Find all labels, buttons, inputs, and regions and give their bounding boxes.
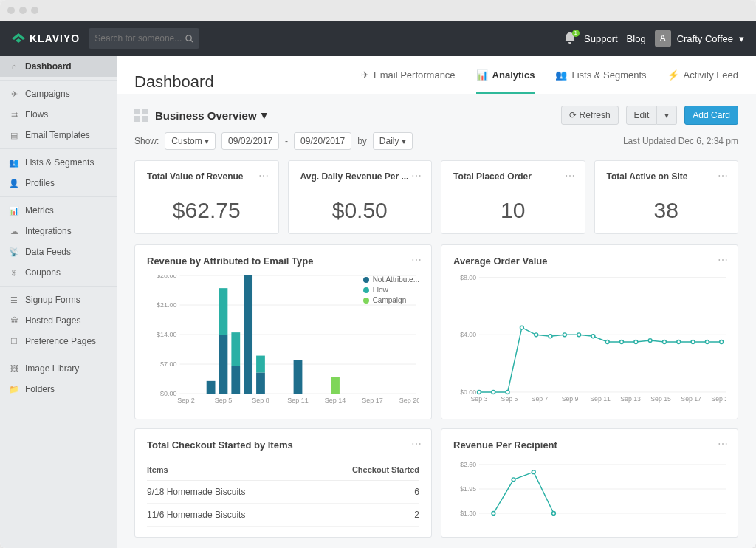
sidebar-item-data-feeds[interactable]: 📡Data Feeds [0, 242, 117, 262]
stat-card: Total Placed Order⋯10 [441, 160, 585, 234]
svg-text:Sep 11: Sep 11 [590, 395, 611, 403]
notification-badge: 1 [572, 30, 580, 37]
sidebar-item-lists-segments[interactable]: 👥Lists & Segments [0, 152, 117, 173]
card-menu-icon[interactable]: ⋯ [565, 170, 576, 182]
svg-text:Sep 14: Sep 14 [325, 397, 346, 404]
avatar: A [655, 30, 671, 47]
group-icon: 👥 [9, 158, 19, 168]
svg-point-37 [506, 391, 509, 394]
card-menu-icon[interactable]: ⋯ [411, 438, 422, 450]
svg-rect-16 [231, 332, 240, 366]
nav-label: Metrics [25, 205, 54, 216]
flow-icon: ⇉ [9, 110, 19, 120]
chart-legend: Not Attribute...FlowCampaign [363, 275, 419, 306]
edit-button[interactable]: Edit [626, 106, 658, 125]
card-menu-icon[interactable]: ⋯ [258, 170, 269, 182]
svg-text:Sep 15: Sep 15 [650, 395, 671, 403]
card-menu-icon[interactable]: ⋯ [718, 254, 729, 266]
sidebar-item-campaigns[interactable]: ✈Campaigns [0, 83, 117, 104]
end-date-input[interactable]: 09/20/2017 [294, 132, 351, 150]
search-box[interactable] [89, 28, 199, 49]
svg-text:Sep 5: Sep 5 [501, 395, 518, 403]
svg-point-44 [605, 340, 609, 344]
svg-text:Sep 17: Sep 17 [362, 397, 383, 404]
sidebar-item-metrics[interactable]: 📊Metrics [0, 200, 117, 221]
sidebar-item-integrations[interactable]: ☁Integrations [0, 221, 117, 242]
range-select[interactable]: Custom ▾ [165, 132, 216, 150]
table-row: 11/6 Homemade Biscuits2 [147, 504, 419, 527]
sidebar-item-signup-forms[interactable]: ☰Signup Forms [0, 290, 117, 310]
user-icon: 👤 [9, 179, 19, 188]
edit-dropdown[interactable]: ▾ [657, 106, 677, 125]
svg-rect-14 [219, 288, 228, 335]
tab-email-performance[interactable]: ✈Email Performance [361, 69, 456, 94]
svg-text:Sep 3: Sep 3 [471, 395, 488, 403]
sidebar-item-preference-pages[interactable]: ☐Preference Pages [0, 331, 117, 352]
svg-point-41 [563, 333, 566, 337]
refresh-button[interactable]: ⟳ Refresh [561, 106, 618, 125]
blog-link[interactable]: Blog [627, 33, 646, 44]
add-card-button[interactable]: Add Card [684, 106, 738, 125]
svg-rect-18 [256, 372, 265, 394]
nav-label: Lists & Segments [25, 157, 94, 168]
image-icon: 🖼 [9, 364, 19, 373]
nav-label: Signup Forms [25, 295, 80, 305]
nav-label: Preference Pages [25, 336, 96, 346]
notifications-bell[interactable]: 1 [565, 32, 575, 44]
svg-text:Sep 20: Sep 20 [399, 397, 419, 404]
card-menu-icon[interactable]: ⋯ [718, 170, 729, 182]
overview-dropdown[interactable]: Business Overview ▾ [155, 109, 267, 122]
bolt-icon: ⚡ [667, 69, 679, 81]
stat-value: $0.50 [300, 198, 420, 223]
sidebar-item-folders[interactable]: 📁Folders [0, 379, 117, 400]
sidebar-item-hosted-pages[interactable]: 🏛Hosted Pages [0, 310, 117, 331]
cloud-icon: ☁ [9, 227, 19, 236]
svg-text:$8.00: $8.00 [460, 275, 476, 281]
nav-label: Flows [25, 109, 48, 120]
sidebar-item-coupons[interactable]: $Coupons [0, 262, 117, 283]
search-input[interactable] [94, 33, 193, 44]
user-name: Crafty Coffee [677, 33, 733, 44]
brand-text: KLAVIYO [30, 32, 80, 44]
user-menu[interactable]: A Crafty Coffee ▾ [655, 30, 744, 47]
svg-point-49 [677, 340, 681, 344]
line-chart: $0.00$4.00$8.00Sep 3Sep 5Sep 7Sep 9Sep 1… [453, 275, 726, 408]
sidebar-item-image-library[interactable]: 🖼Image Library [0, 358, 117, 379]
svg-point-43 [591, 335, 595, 338]
sidebar-item-email-templates[interactable]: ▤Email Templates [0, 125, 117, 145]
search-icon [185, 35, 193, 43]
page-title: Dashboard [134, 72, 214, 92]
svg-point-39 [535, 333, 538, 337]
tab-lists-segments[interactable]: 👥Lists & Segments [555, 69, 646, 94]
interval-select[interactable]: Daily ▾ [373, 132, 413, 150]
stat-card: Total Active on Site⋯38 [594, 160, 739, 234]
filter-bar: Show: Custom ▾ 09/02/2017 - 09/20/2017 b… [134, 132, 738, 150]
stat-value: $62.75 [147, 198, 267, 223]
tab-activity-feed[interactable]: ⚡Activity Feed [667, 69, 738, 94]
stat-card: Avg. Daily Revenue Per ...⋯$0.50 [288, 160, 433, 234]
brand-logo[interactable]: KLAVIYO [12, 32, 80, 44]
chevron-down-icon: ▾ [261, 109, 267, 122]
chart-icon: 📊 [9, 206, 19, 216]
card-menu-icon[interactable]: ⋯ [718, 438, 729, 450]
checkout-table-card: Total Checkout Started by Items ⋯ Items … [134, 428, 432, 538]
top-navbar: KLAVIYO 1 Support Blog A Crafty Coffee ▾ [0, 21, 756, 56]
sidebar-item-flows[interactable]: ⇉Flows [0, 104, 117, 125]
card-menu-icon[interactable]: ⋯ [411, 254, 422, 266]
svg-line-1 [191, 40, 193, 42]
chart-icon: 📊 [476, 69, 488, 81]
svg-text:$1.95: $1.95 [460, 485, 476, 493]
sidebar-item-profiles[interactable]: 👤Profiles [0, 173, 117, 193]
support-link[interactable]: Support [584, 33, 618, 44]
stat-value: 38 [607, 198, 726, 223]
tab-analytics[interactable]: 📊Analytics [476, 69, 535, 94]
nav-label: Hosted Pages [25, 315, 80, 326]
stat-value: 10 [453, 198, 573, 223]
start-date-input[interactable]: 09/02/2017 [221, 132, 279, 150]
card-menu-icon[interactable]: ⋯ [411, 170, 422, 182]
svg-point-35 [478, 391, 481, 394]
svg-point-47 [648, 339, 652, 343]
col-header-items: Items [147, 465, 331, 474]
sidebar-item-dashboard[interactable]: ⌂Dashboard [0, 56, 117, 77]
revenue-per-recipient-card: Revenue Per Recipient ⋯ $1.30$1.95$2.60 [441, 428, 738, 538]
